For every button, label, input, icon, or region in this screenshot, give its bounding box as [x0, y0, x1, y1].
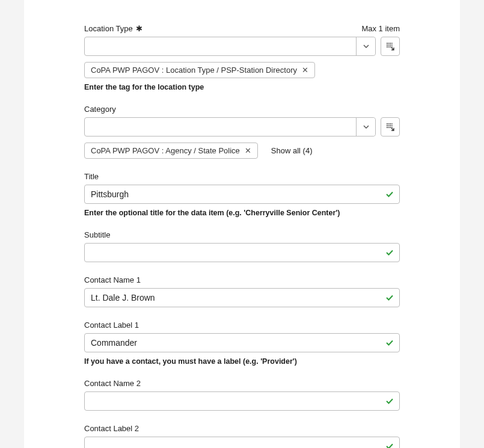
category-tag-remove[interactable]: ✕ — [245, 146, 251, 155]
location-type-browse-button[interactable] — [381, 37, 400, 56]
contact-label-1-field: Contact Label 1 If you have a contact, y… — [84, 321, 400, 366]
contact-name-1-label: Contact Name 1 — [84, 275, 141, 284]
title-field: Title Enter the optional title for the d… — [84, 172, 400, 217]
chevron-down-icon — [363, 43, 370, 50]
location-type-dropdown-button[interactable] — [356, 37, 375, 55]
category-input[interactable] — [85, 118, 356, 136]
contact-label-2-field: Contact Label 2 — [84, 424, 400, 448]
category-tag-text: CoPA PWP PAGOV : Agency / State Police — [91, 146, 240, 155]
contact-label-1-help: If you have a contact, you must have a l… — [84, 357, 400, 366]
contact-name-2-field: Contact Name 2 — [84, 379, 400, 411]
subtitle-label: Subtitle — [84, 230, 110, 239]
contact-label-2-input[interactable] — [84, 437, 400, 448]
contact-name-2-input[interactable] — [84, 391, 400, 411]
close-icon: ✕ — [302, 66, 308, 75]
category-field: Category — [84, 105, 400, 159]
title-help: Enter the optional title for the data it… — [84, 209, 400, 217]
close-icon: ✕ — [245, 146, 251, 155]
category-tag: CoPA PWP PAGOV : Agency / State Police ✕ — [84, 143, 258, 159]
browse-list-icon — [385, 122, 395, 132]
title-input[interactable] — [84, 185, 400, 204]
location-type-help: Enter the tag for the location type — [84, 83, 400, 91]
chevron-down-icon — [363, 123, 370, 130]
browse-list-icon — [385, 41, 395, 51]
category-label: Category — [84, 105, 116, 114]
category-browse-button[interactable] — [381, 117, 400, 137]
location-type-tag-remove[interactable]: ✕ — [302, 66, 308, 75]
contact-label-2-label: Contact Label 2 — [84, 424, 139, 433]
contact-name-2-label: Contact Name 2 — [84, 379, 141, 388]
required-asterisk-icon: ✱ — [136, 24, 142, 33]
subtitle-field: Subtitle — [84, 230, 400, 262]
max-items-label: Max 1 item — [361, 24, 400, 33]
form-container: Location Type ✱ Max 1 item — [24, 0, 460, 448]
location-type-label: Location Type — [84, 24, 133, 33]
contact-name-1-field: Contact Name 1 — [84, 275, 400, 307]
location-type-tag-text: CoPA PWP PAGOV : Location Type / PSP-Sta… — [91, 66, 297, 75]
subtitle-input[interactable] — [84, 243, 400, 262]
title-label: Title — [84, 172, 99, 181]
contact-name-1-input[interactable] — [84, 288, 400, 307]
category-dropdown-button[interactable] — [356, 118, 375, 136]
contact-label-1-label: Contact Label 1 — [84, 321, 139, 330]
location-type-input[interactable] — [85, 37, 356, 55]
category-combobox[interactable] — [84, 117, 376, 137]
location-type-field: Location Type ✱ Max 1 item — [84, 24, 400, 91]
location-type-tag: CoPA PWP PAGOV : Location Type / PSP-Sta… — [84, 62, 315, 78]
show-all-link[interactable]: Show all (4) — [271, 146, 313, 155]
location-type-combobox[interactable] — [84, 37, 376, 56]
contact-label-1-input[interactable] — [84, 333, 400, 352]
